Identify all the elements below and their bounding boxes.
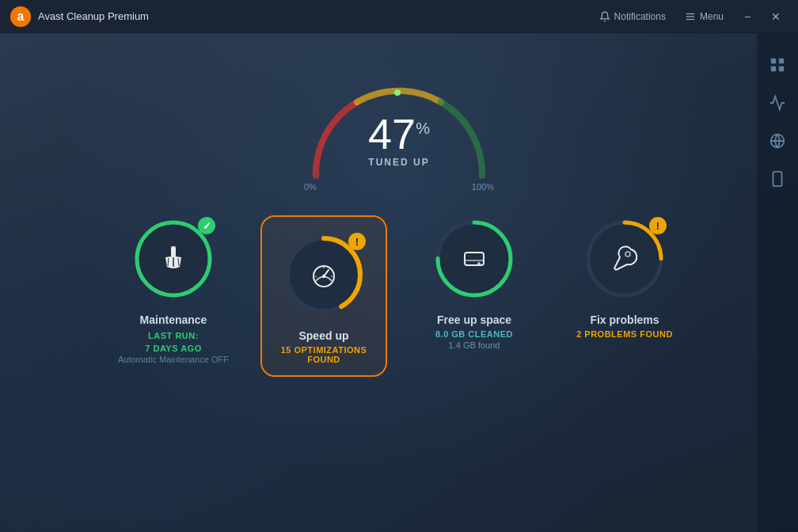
maintenance-badge: ✓ [198, 217, 215, 234]
freespace-subtitle1: 8.0 GB CLEANED [435, 329, 513, 339]
card-maintenance[interactable]: ✓ Maintenance LAST RUN: 7 DAYS AGO Autom… [110, 215, 237, 364]
freespace-icon [454, 239, 494, 279]
svg-rect-17 [171, 246, 176, 257]
svg-rect-6 [779, 59, 784, 63]
app-title: Avast Cleanup Premium [38, 10, 591, 22]
card-speedup[interactable]: ! Speed up 15 OPTIMIZATIONS FOUND [260, 215, 387, 377]
fixproblems-circle: ! [581, 215, 668, 302]
speedup-subtitle: 15 OPTIMIZATIONS FOUND [270, 345, 378, 364]
maintenance-circle: ✓ [130, 215, 217, 302]
svg-point-39 [625, 252, 630, 256]
svg-rect-33 [465, 253, 484, 265]
gauge-labels: 0% 100% [296, 182, 502, 192]
gauge-max-label: 100% [472, 182, 494, 192]
svg-rect-10 [773, 172, 782, 186]
fixproblems-title: Fix problems [590, 314, 659, 326]
fixproblems-badge: ! [649, 217, 667, 234]
grid-icon [769, 56, 786, 74]
maintenance-subtitle2: 7 DAYS AGO [145, 344, 201, 353]
titlebar-controls: Notifications Menu − ✕ [591, 4, 788, 29]
speedup-icon [304, 255, 344, 294]
globe-icon [769, 132, 786, 150]
harddrive-icon [458, 243, 490, 275]
svg-point-12 [394, 89, 401, 96]
fixproblems-subtitle: 2 PROBLEMS FOUND [576, 329, 673, 339]
svg-point-35 [477, 262, 481, 265]
notifications-button[interactable]: Notifications [591, 8, 674, 25]
freespace-circle [431, 215, 518, 302]
minimize-button[interactable]: − [735, 4, 760, 29]
main-content: 47% TUNED UP 0% 100% [0, 33, 798, 532]
wrench-icon [609, 243, 640, 275]
maintenance-icon [154, 239, 193, 279]
gauge-value-display: 47% TUNED UP [368, 112, 430, 168]
avast-logo-icon: a [10, 6, 32, 28]
titlebar: a Avast Cleanup Premium Notifications Me… [0, 0, 798, 33]
fixproblems-icon [605, 239, 644, 279]
svg-text:a: a [17, 10, 25, 23]
card-fixproblems[interactable]: ! Fix problems 2 PROBLEMS FOUND [561, 215, 688, 339]
sidebar-item-mobile[interactable] [762, 163, 793, 195]
sidebar-item-globe[interactable] [762, 125, 793, 157]
svg-rect-7 [771, 66, 776, 71]
maintenance-subtitle1: LAST RUN: [148, 331, 199, 340]
svg-point-26 [322, 275, 325, 278]
app-logo: a [10, 6, 38, 28]
gauge-container: 47% TUNED UP 0% 100% [296, 65, 502, 192]
sidebar [757, 33, 798, 532]
maintenance-sub3: Automatic Maintenance OFF [118, 355, 229, 364]
sidebar-item-dashboard[interactable] [762, 49, 793, 81]
speedup-circle: ! [280, 231, 367, 318]
gauge-label: TUNED UP [368, 157, 430, 168]
broom-icon [158, 243, 189, 275]
close-button[interactable]: ✕ [763, 4, 788, 29]
gauge-unit: % [416, 120, 430, 137]
speedometer-icon [308, 259, 340, 291]
speedup-badge: ! [348, 233, 366, 250]
speedup-title: Speed up [298, 329, 348, 342]
notifications-label: Notifications [614, 11, 666, 22]
phone-icon [769, 170, 786, 188]
svg-rect-8 [779, 66, 784, 71]
sidebar-item-stats[interactable] [762, 87, 793, 119]
freespace-title: Free up space [437, 314, 511, 326]
freespace-subtitle2: 1.4 GB found [449, 340, 500, 350]
menu-label: Menu [700, 11, 724, 22]
menu-button[interactable]: Menu [677, 8, 732, 25]
bell-icon [599, 11, 610, 22]
gauge-min-label: 0% [304, 182, 317, 192]
gauge-number: 47 [368, 110, 416, 158]
chart-icon [769, 94, 786, 112]
cards-row: ✓ Maintenance LAST RUN: 7 DAYS AGO Autom… [110, 215, 688, 377]
svg-rect-5 [771, 59, 776, 63]
maintenance-title: Maintenance [140, 314, 207, 326]
menu-icon [685, 11, 696, 22]
card-freespace[interactable]: Free up space 8.0 GB CLEANED 1.4 GB foun… [411, 215, 538, 350]
